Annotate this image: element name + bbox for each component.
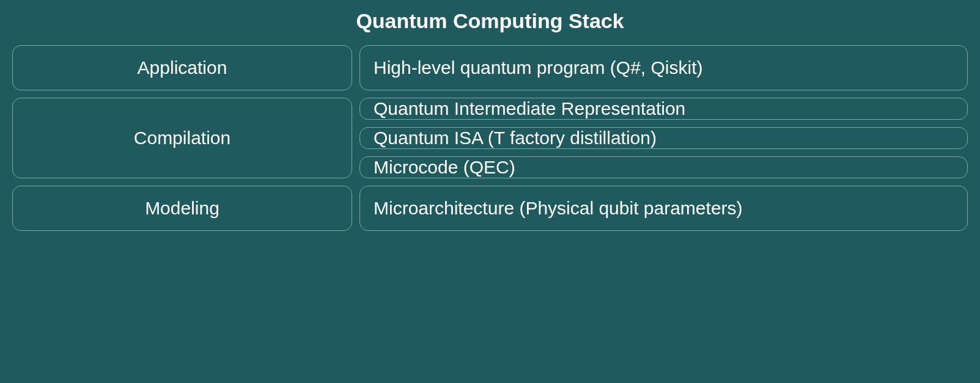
item-cell: Quantum ISA (T factory distillation) — [359, 127, 968, 149]
category-cell-application: Application — [12, 45, 352, 90]
item-cell: Quantum Intermediate Representation — [359, 98, 968, 120]
stack-row-application: Application High-level quantum program (… — [12, 45, 968, 90]
item-label: Microarchitecture (Physical qubit parame… — [374, 198, 743, 219]
item-label: High-level quantum program (Q#, Qiskit) — [374, 57, 703, 78]
diagram-title: Quantum Computing Stack — [12, 9, 968, 33]
stack-container: Application High-level quantum program (… — [12, 45, 968, 231]
category-label: Application — [138, 57, 227, 78]
category-label: Compilation — [134, 128, 230, 148]
item-label: Microcode (QEC) — [374, 157, 515, 178]
item-label: Quantum ISA (T factory distillation) — [374, 128, 657, 148]
item-cell: High-level quantum program (Q#, Qiskit) — [359, 45, 968, 90]
item-cell: Microarchitecture (Physical qubit parame… — [359, 186, 968, 231]
item-cell: Microcode (QEC) — [359, 156, 968, 178]
stack-row-compilation: Compilation Quantum Intermediate Represe… — [12, 98, 968, 178]
category-cell-modeling: Modeling — [12, 186, 352, 231]
item-label: Quantum Intermediate Representation — [374, 98, 685, 119]
category-cell-compilation: Compilation — [12, 98, 352, 178]
compilation-items: Quantum Intermediate Representation Quan… — [359, 98, 968, 178]
stack-row-modeling: Modeling Microarchitecture (Physical qub… — [12, 186, 968, 231]
category-label: Modeling — [145, 198, 219, 219]
